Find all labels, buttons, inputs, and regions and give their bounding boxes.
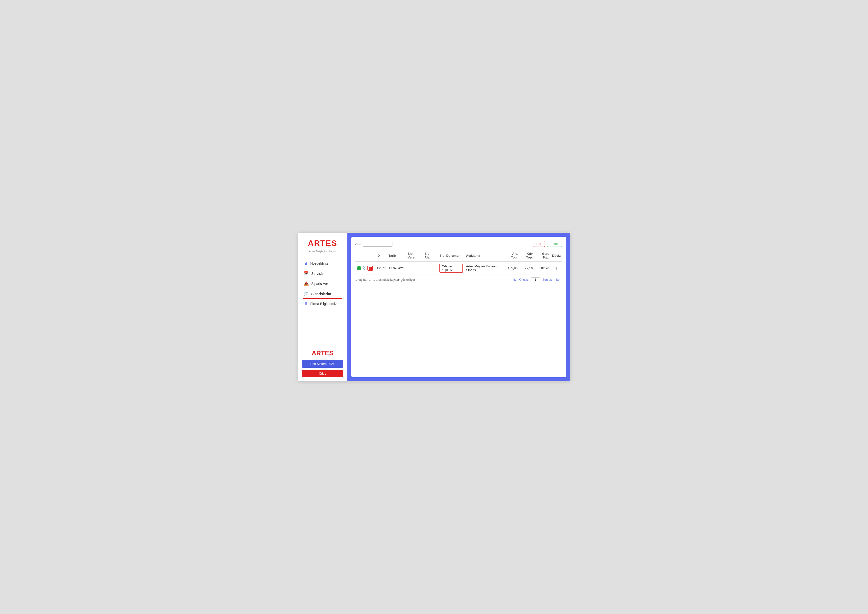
col-ara-top: Ara Top.: [504, 250, 519, 261]
pagination-row: 1 kayıttan 1 - 1 arasındaki kayıtlar gös…: [355, 277, 562, 282]
pagination-page-input[interactable]: [531, 277, 540, 282]
row-id: 12173: [375, 261, 387, 275]
table-header-row: ID Tarih Sip. Veren Sip. Alan Sip. Durum…: [355, 250, 562, 261]
row-actions: 📎: [355, 261, 375, 275]
toolbar-buttons: Pdf Excel: [533, 241, 562, 247]
sidebar-item-label: Firma Bilgilerimiz: [310, 302, 337, 306]
action-icons: 📎: [357, 266, 374, 270]
row-sip-veren: [406, 261, 423, 275]
search-label: Ara:: [355, 242, 361, 246]
sidebar-bottom-logo: ARTES: [302, 349, 343, 357]
table-row: 📎 1: [355, 261, 562, 275]
pagination-ilk-button[interactable]: İlk: [512, 278, 517, 282]
status-badge: Ödeme Yapımız: [439, 264, 463, 273]
pagination-info: 1 kayıttan 1 - 1 arasındaki kayıtlar gös…: [355, 278, 415, 281]
row-gen-top: 162,96: [534, 261, 550, 275]
sidebar-item-siparislerim[interactable]: 🛒 Siparişlerim: [299, 289, 346, 298]
esn-sistem-button[interactable]: Esn Sistem 2024: [302, 360, 343, 368]
pagination-controls: İlk Önceki Sonraki Son: [512, 277, 562, 282]
sidebar-subtitle: Artes Müşteri Kullanıcı: [298, 250, 347, 257]
sidebar-item-firma-bilgilerimiz[interactable]: 🖥 Firma Bilgilerimiz: [299, 299, 346, 308]
row-kdv-top: 27,16: [519, 261, 534, 275]
pdf-button[interactable]: Pdf: [533, 241, 545, 247]
main-content: Ara: Pdf Excel ID Tarih Sip. Veren Sip. …: [347, 233, 570, 381]
toolbar: Ara: Pdf Excel: [355, 241, 562, 247]
col-kdv-top: Kdv Top.: [519, 250, 534, 261]
col-tarih: Tarih: [387, 250, 406, 261]
row-ara-top: 135,80: [504, 261, 519, 275]
sidebar-item-label: Hoşgeldiniz: [310, 261, 328, 266]
pagination-son-button[interactable]: Son: [555, 278, 562, 282]
col-sip-veren: Sip. Veren: [406, 250, 423, 261]
cikis-button[interactable]: Çıkış: [302, 370, 343, 377]
sidebar-item-hosgeldiniz[interactable]: 🖥 Hoşgeldiniz: [299, 259, 346, 268]
sidebar-item-label: Servislerim: [311, 272, 329, 275]
row-aciklama: Artes Müşteri Kullanıcı Siparişi: [465, 261, 504, 275]
orders-table: ID Tarih Sip. Veren Sip. Alan Sip. Durum…: [355, 250, 562, 275]
logo: ARTES: [303, 239, 342, 248]
detail-table-icon[interactable]: [367, 266, 373, 270]
calendar-icon: 📅: [304, 271, 309, 276]
sidebar-item-siparis-ver[interactable]: 📤 Sipariş Ver: [299, 279, 346, 288]
sidebar-logo-area: ARTES: [298, 233, 347, 250]
sidebar-bottom: ARTES Esn Sistem 2024 Çıkış: [298, 345, 347, 381]
app-container: ARTES Artes Müşteri Kullanıcı 🖥 Hoşgeldi…: [298, 233, 570, 381]
sidebar-item-servislerim[interactable]: 📅 Servislerim: [299, 269, 346, 278]
building-icon: 🖥: [304, 302, 308, 306]
pagination-onceki-button[interactable]: Önceki: [518, 278, 530, 282]
sidebar-item-label: Siparişlerim: [311, 292, 331, 296]
send-icon: 📤: [304, 281, 309, 286]
sidebar: ARTES Artes Müşteri Kullanıcı 🖥 Hoşgeldi…: [298, 233, 347, 381]
sidebar-item-label: Sipariş Ver: [311, 282, 328, 286]
status-circle-icon: [357, 266, 361, 270]
col-sip-alan: Sip. Alan: [423, 250, 438, 261]
col-gen-top: Gen. Top.: [534, 250, 550, 261]
pagination-sonraki-button[interactable]: Sonraki: [541, 278, 553, 282]
col-doviz: Döviz: [550, 250, 562, 261]
cart-icon: 🛒: [304, 291, 309, 296]
paperclip-icon: 📎: [362, 266, 366, 270]
monitor-icon: 🖥: [304, 261, 308, 266]
row-doviz: $: [550, 261, 562, 275]
row-sip-durumu: Ödeme Yapımız: [438, 261, 465, 275]
row-sip-alan: [423, 261, 438, 275]
search-input[interactable]: [363, 241, 392, 247]
excel-button[interactable]: Excel: [547, 241, 562, 247]
row-tarih: 17.09.2024: [387, 261, 406, 275]
content-inner: Ara: Pdf Excel ID Tarih Sip. Veren Sip. …: [351, 237, 566, 377]
col-id: ID: [375, 250, 387, 261]
col-sip-durumu: Sip. Durumu: [438, 250, 465, 261]
col-aciklama: Açıklama: [465, 250, 504, 261]
sidebar-nav: 🖥 Hoşgeldiniz 📅 Servislerim 📤 Sipariş Ve…: [298, 257, 347, 345]
col-actions: [355, 250, 375, 261]
